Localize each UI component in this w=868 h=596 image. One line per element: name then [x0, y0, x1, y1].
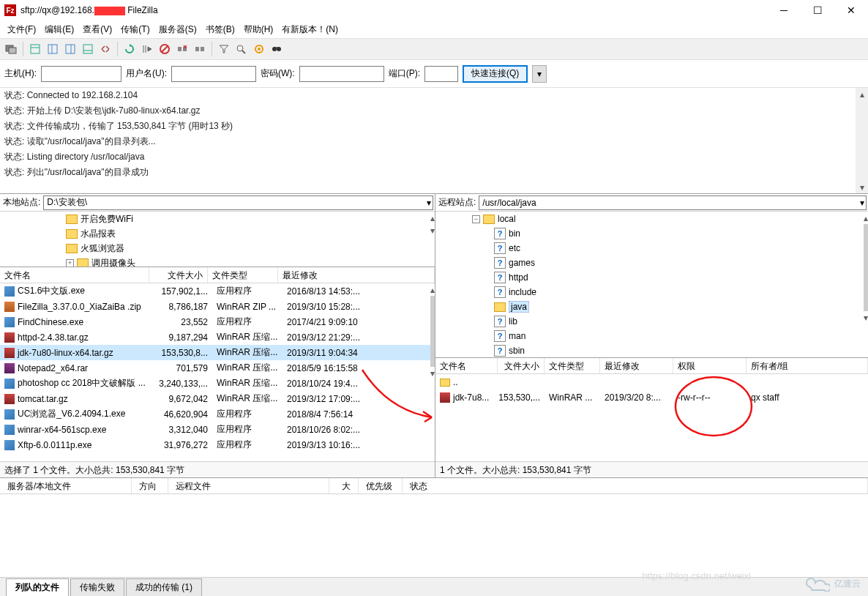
unknown-folder-icon: ? — [494, 286, 506, 298]
menu-update[interactable]: 有新版本！(N) — [277, 21, 343, 38]
parent-dir-row[interactable]: .. — [435, 374, 868, 390]
menu-edit[interactable]: 编辑(E) — [40, 21, 78, 38]
table-row[interactable]: jdk-7u8... 153,530,... WinRAR ... 2019/3… — [435, 390, 868, 405]
remote-status: 1 个文件。大小总共: 153,530,841 字节 — [435, 461, 868, 477]
table-row[interactable]: UC浏览器_V6.2.4094.1.exe46,620,904应用程序2018/… — [0, 406, 435, 422]
file-icon — [4, 440, 15, 450]
host-label: 主机(H): — [4, 67, 37, 80]
tab-success[interactable]: 成功的传输 (1) — [126, 578, 202, 596]
remote-tree-scrollbar[interactable]: ▴▾ — [864, 212, 868, 357]
filter-icon[interactable] — [216, 41, 232, 57]
table-row[interactable]: tomcat.tar.gz9,672,042WinRAR 压缩...2019/3… — [0, 391, 435, 406]
toggle-tree-remote-icon[interactable] — [62, 41, 78, 57]
local-file-list[interactable]: CS1.6中文版.exe157,902,1...应用程序2016/8/13 14… — [0, 283, 435, 461]
password-input[interactable] — [299, 66, 384, 82]
table-row[interactable]: Xftp-6.0.0111p.exe31,976,272应用程序2019/3/1… — [0, 437, 435, 452]
collapse-icon[interactable]: − — [472, 215, 480, 223]
local-path-combo[interactable]: D:\安装包\ ▾ — [43, 195, 433, 210]
svg-line-19 — [242, 51, 245, 53]
svg-line-11 — [162, 46, 168, 52]
menu-view[interactable]: 查看(V) — [78, 21, 116, 38]
message-log: 状态: Connected to 192.168.2.104 状态: 开始上传 … — [0, 88, 868, 194]
file-icon — [4, 317, 15, 327]
file-icon — [4, 348, 15, 358]
remote-tree[interactable]: −local ?bin ?etc ?games ?httpd ?include … — [435, 212, 868, 358]
file-icon — [4, 363, 15, 373]
toggle-log-icon[interactable] — [27, 41, 43, 57]
local-list-scrollbar[interactable]: ▴▾ — [430, 283, 435, 461]
svg-rect-17 — [201, 47, 204, 51]
local-list-header[interactable]: 文件名 文件大小 文件类型 最近修改 — [0, 267, 435, 283]
quickconnect-dropdown[interactable]: ▾ — [532, 65, 547, 83]
unknown-folder-icon: ? — [494, 228, 506, 239]
table-row[interactable]: FileZilla_3.37.0.0_XiaZaiBa .zip8,786,18… — [0, 299, 435, 314]
maximize-button[interactable]: ☐ — [801, 0, 834, 21]
close-button[interactable]: ✕ — [834, 0, 868, 21]
log-scrollbar[interactable]: ▴ ▾ — [856, 88, 868, 193]
remote-path-combo[interactable]: /usr/local/java ▾ — [479, 195, 867, 210]
refresh-icon[interactable] — [121, 41, 138, 57]
minimize-button[interactable]: ─ — [767, 0, 801, 21]
local-tree-scrollbar[interactable]: ▴▾ — [430, 212, 435, 267]
file-icon — [4, 394, 15, 404]
log-line: 状态: 列出"/usr/local/java"的目录成功 — [0, 165, 868, 180]
process-queue-icon[interactable] — [139, 41, 155, 57]
local-tree[interactable]: 开启免费WiFi 水晶报表 火狐浏览器 +调用摄像头 ▴▾ — [0, 212, 435, 267]
folder-icon — [440, 379, 450, 387]
reconnect-icon[interactable] — [192, 41, 208, 57]
file-icon — [4, 409, 15, 420]
sync-browse-icon[interactable] — [97, 41, 113, 57]
menu-server[interactable]: 服务器(S) — [154, 21, 201, 38]
table-row[interactable]: FindChinese.exe23,552应用程序2017/4/21 9:09:… — [0, 314, 435, 329]
unknown-folder-icon: ? — [494, 330, 506, 342]
table-row[interactable]: Notepad2_x64.rar701,579WinRAR 压缩...2018/… — [0, 360, 435, 376]
log-line: 状态: 文件传输成功，传输了 153,530,841 字节 (用时13 秒) — [0, 119, 868, 134]
site-manager-icon[interactable] — [3, 41, 19, 57]
compare-icon[interactable] — [233, 41, 250, 57]
toggle-tree-local-icon[interactable] — [45, 41, 61, 57]
svg-point-18 — [237, 45, 243, 51]
scroll-down-icon[interactable]: ▾ — [856, 181, 868, 193]
menu-transfer[interactable]: 传输(T) — [116, 21, 154, 38]
local-pane: 本地站点: D:\安装包\ ▾ 开启免费WiFi 水晶报表 火狐浏览器 +调用摄… — [0, 194, 435, 477]
chevron-down-icon[interactable]: ▾ — [427, 198, 431, 208]
menu-file[interactable]: 文件(F) — [3, 21, 40, 38]
username-input[interactable] — [171, 66, 256, 82]
svg-rect-16 — [195, 47, 199, 51]
file-icon — [4, 379, 15, 389]
table-row[interactable]: photoshop cc 2018中文破解版 ...3,240,133,...W… — [0, 376, 435, 391]
search-icon[interactable] — [269, 41, 285, 57]
quickconnect-button[interactable]: 快速连接(Q) — [463, 65, 528, 83]
sync-icon[interactable] — [251, 41, 267, 57]
table-row[interactable]: CS1.6中文版.exe157,902,1...应用程序2016/8/13 14… — [0, 283, 435, 299]
watermark-url: https://blog.csdn.net/weixi — [642, 570, 751, 581]
svg-rect-2 — [31, 45, 40, 53]
menu-help[interactable]: 帮助(H) — [239, 21, 278, 38]
unknown-folder-icon: ? — [494, 257, 506, 269]
remote-path-value: /usr/local/java — [482, 198, 536, 208]
svg-rect-8 — [83, 45, 92, 53]
tab-queued[interactable]: 列队的文件 — [6, 578, 69, 596]
remote-list-header[interactable]: 文件名 文件大小 文件类型 最近修改 权限 所有者/组 — [435, 358, 868, 374]
queue-header[interactable]: 服务器/本地文件 方向 远程文件 大小 优先级 状态 — [0, 478, 868, 494]
table-row[interactable]: winrar-x64-561scp.exe3,312,040应用程序2018/1… — [0, 422, 435, 437]
pass-label: 密码(W): — [261, 67, 295, 80]
svg-point-21 — [258, 48, 261, 51]
toolbar — [0, 38, 868, 60]
tab-failed[interactable]: 传输失败 — [70, 578, 124, 596]
chevron-down-icon[interactable]: ▾ — [860, 198, 864, 208]
expand-icon[interactable]: + — [66, 259, 74, 267]
table-row[interactable]: httpd-2.4.38.tar.gz9,187,294WinRAR 压缩...… — [0, 329, 435, 345]
svg-rect-1 — [9, 48, 16, 53]
queue-body[interactable] — [0, 494, 868, 553]
toggle-queue-icon[interactable] — [80, 41, 96, 57]
host-input[interactable] — [41, 66, 121, 82]
cancel-icon[interactable] — [157, 41, 173, 57]
menu-bookmarks[interactable]: 书签(B) — [201, 21, 239, 38]
scroll-up-icon[interactable]: ▴ — [856, 88, 868, 100]
port-input[interactable] — [424, 66, 458, 82]
table-row[interactable]: jdk-7u80-linux-x64.tar.gz153,530,8...Win… — [0, 345, 435, 360]
disconnect-icon[interactable] — [174, 41, 190, 57]
menubar: 文件(F) 编辑(E) 查看(V) 传输(T) 服务器(S) 书签(B) 帮助(… — [0, 21, 868, 38]
remote-file-list[interactable]: .. jdk-7u8... 153,530,... WinRAR ... 201… — [435, 374, 868, 461]
